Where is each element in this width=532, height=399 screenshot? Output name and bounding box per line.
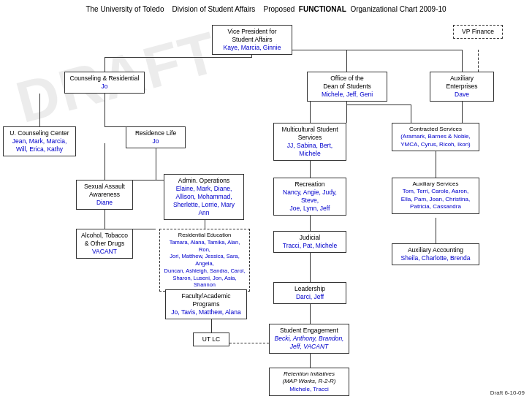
ao-title: Admin. Operations <box>167 177 240 185</box>
vp-finance-title: VP Finance <box>457 28 499 36</box>
rl-names: Jo <box>129 137 182 145</box>
rec-names: Nancy, Angie, Judy, Steve,Joe, Lynn, Jef… <box>277 189 343 213</box>
utlc-title: UT LC <box>197 335 226 343</box>
auxiliary-enterprises-box: AuxiliaryEnterprises Dave <box>430 72 494 102</box>
re-title: Residential Education <box>163 232 246 239</box>
counseling-residential-box: Counseling & Residential Jo <box>64 72 145 94</box>
line-jud-lead <box>310 253 311 282</box>
cr-title: Counseling & Residential <box>68 75 141 83</box>
alcohol-tobacco-box: Alcohol, Tobacco& Other Drugs VACANT <box>76 229 133 259</box>
office-dean-box: Office of theDean of Students Michele, J… <box>307 72 387 102</box>
residential-education-box: Residential Education Tamara, Alana, Tam… <box>159 229 250 292</box>
fa-title: Faculty/Academic Programs <box>169 292 243 308</box>
line-rl-down <box>156 143 156 180</box>
sa-title: Sexual AssaultAwareness <box>80 183 129 199</box>
as-title: Auxiliary Services <box>395 180 476 188</box>
as-names: Tom, Terri, Carole, Aaron,Ella, Pam, Joa… <box>395 188 476 210</box>
contracted-services-box: Contracted Services (Aramark, Barnes & N… <box>392 123 479 151</box>
rec-title: Recreation <box>277 180 343 189</box>
vp-sa-names: Kaye, Marcia, Ginnie <box>216 44 289 52</box>
retention-box: Retention Initiatives(MAP Works, R-2-R)M… <box>269 368 349 396</box>
university-name: The University of Toledo <box>86 5 164 13</box>
re-names: Tamara, Alana, Tamika, Alan, Ron,Jori, M… <box>163 239 246 289</box>
line-se-ret <box>310 353 311 368</box>
u-counseling-box: U. Counseling Center Jean, Mark, Marcia,… <box>3 126 76 156</box>
chart-title: Organizational Chart 2009-10 <box>350 5 446 13</box>
lead-title: Leadership <box>277 285 343 293</box>
line-vp-right <box>292 50 462 50</box>
office-dean-title: Office of theDean of Students <box>311 75 384 91</box>
line-cs-down <box>411 104 411 123</box>
at-title: Alcohol, Tobacco& Other Drugs <box>80 232 129 248</box>
leadership-box: Leadership Darci, Jeff <box>273 282 346 304</box>
vp-sa-title: Vice President forStudent Affairs <box>216 28 289 44</box>
aa-names: Sheila, Charlotte, Brenda <box>395 254 476 262</box>
cs-title: Contracted Services <box>395 126 476 133</box>
auxiliary-accounting-box: Auxiliary Accounting Sheila, Charlotte, … <box>392 243 479 265</box>
line-rl-ao-h <box>156 180 164 180</box>
residence-life-box: Residence Life Jo <box>126 126 186 148</box>
at-names: VACANT <box>80 248 129 256</box>
line-vp-cr-h <box>104 57 252 58</box>
functional-label: FUNCTIONAL <box>299 5 346 13</box>
line-cr-rl <box>104 94 105 126</box>
line-cr-down <box>104 57 105 72</box>
line-as-aa <box>436 218 436 243</box>
office-dean-names: Michele, Jeff, Geni <box>311 91 384 99</box>
line-vp-aux <box>462 50 463 72</box>
line-vp-dean <box>346 50 347 72</box>
line-cr-rl-h <box>104 126 126 127</box>
uc-title: U. Counseling Center <box>7 129 72 137</box>
line-utlc-se-dashed <box>229 343 269 343</box>
recreation-box: Recreation Nancy, Angie, Judy, Steve,Joe… <box>273 178 346 216</box>
rl-title: Residence Life <box>129 129 182 137</box>
student-engagement-box: Student Engagement Becki, Anthony, Brand… <box>269 324 349 354</box>
ao-names: Elaine, Mark, Diane,Allison, Mohammad,Sh… <box>167 185 240 217</box>
jud-title: Judicial <box>277 234 343 242</box>
sexual-assault-box: Sexual AssaultAwareness Diane <box>76 180 133 210</box>
uc-names: Jean, Mark, Marcia,Will, Erica, Kathy <box>7 137 72 153</box>
chart-area: Vice President forStudent Affairs Kaye, … <box>0 20 532 393</box>
ret-title: Retention Initiatives(MAP Works, R-2-R) <box>273 370 346 386</box>
line-vpf-dashed-h <box>478 50 479 72</box>
vp-student-affairs-box: Vice President forStudent Affairs Kaye, … <box>212 25 292 55</box>
aa-title: Auxiliary Accounting <box>395 246 476 254</box>
ms-names: JJ, Sabina, Bert, Michele <box>277 142 343 158</box>
aux-ent-names: Dave <box>433 91 490 99</box>
judicial-box: Judicial Tracci, Pat, Michele <box>273 231 346 253</box>
multicultural-box: Multicultural StudentServices JJ, Sabina… <box>273 123 346 161</box>
ut-lc-box: UT LC <box>193 332 229 346</box>
line-rl-sa-v <box>104 143 105 180</box>
division-name: Division of Student Affairs <box>172 5 256 13</box>
faculty-academic-box: Faculty/Academic Programs Jo, Tavis, Mat… <box>165 289 247 319</box>
page-header: The University of Toledo Division of Stu… <box>0 0 532 16</box>
cr-names: Jo <box>68 83 141 91</box>
vp-finance-box: VP Finance <box>453 25 503 39</box>
ms-title: Multicultural StudentServices <box>277 126 343 142</box>
lead-names: Darci, Jeff <box>277 293 343 301</box>
line-cr-uc <box>39 94 40 126</box>
jud-names: Tracci, Pat, Michele <box>277 242 343 250</box>
admin-operations-box: Admin. Operations Elaine, Mark, Diane,Al… <box>164 174 244 220</box>
line-dean-cs-h <box>346 104 411 105</box>
footer-date: Draft 6-10-09 <box>490 390 525 396</box>
se-title: Student Engagement <box>273 327 346 335</box>
fa-names: Jo, Tavis, Matthew, Alana <box>169 308 243 316</box>
ret-names: Michele, Tracci <box>273 386 346 393</box>
se-names: Becki, Anthony, Brandon,Jeff, VACANT <box>273 335 346 351</box>
auxiliary-services-box: Auxiliary Services Tom, Terri, Carole, A… <box>392 178 479 214</box>
proposed-label: Proposed <box>263 5 294 13</box>
cs-names: (Aramark, Barnes & Noble,YMCA, Cyrus, Ri… <box>395 133 476 148</box>
aux-ent-title: AuxiliaryEnterprises <box>433 75 490 91</box>
page: The University of Toledo Division of Stu… <box>0 0 532 399</box>
sa-names: Diane <box>80 199 129 207</box>
